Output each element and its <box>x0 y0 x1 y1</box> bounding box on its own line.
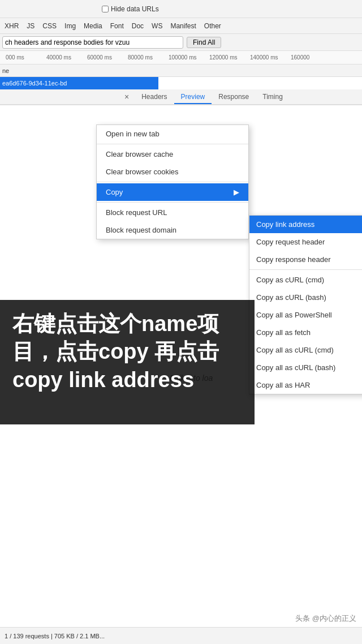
tab-timing[interactable]: Timing <box>256 91 290 104</box>
ctx-copy-as-curl-cmd[interactable]: Copy as cURL (cmd) <box>249 271 362 289</box>
filter-tab-font[interactable]: Font <box>107 21 127 31</box>
filter-tab-ws[interactable]: WS <box>148 21 166 31</box>
status-bar: 1 / 139 requests | 705 KB / 2.1 MB... <box>0 627 362 644</box>
timeline-ruler: 000 ms 40000 ms 60000 ms 80000 ms 100000… <box>0 51 362 65</box>
ctx-copy-all-fetch[interactable]: Copy all as fetch <box>249 324 362 341</box>
ctx-copy-all-har[interactable]: Copy all as HAR <box>249 376 362 394</box>
ctx-copy-request-header[interactable]: Copy request header <box>249 233 362 251</box>
context-menu-right: Copy link address Copy request header Co… <box>249 215 362 394</box>
hide-data-urls-label[interactable]: Hide data URLs <box>102 5 159 13</box>
ctx-copy[interactable]: Copy ▶ <box>97 183 248 201</box>
ctx-copy-response-header[interactable]: Copy response header <box>249 251 362 268</box>
ctx-copy-all-powershell[interactable]: Copy all as PowerShell <box>249 306 362 324</box>
selected-network-row-text[interactable]: ea6d676-9d34-11ec-bd <box>2 77 155 89</box>
ctx-block-url[interactable]: Block request URL <box>97 204 248 221</box>
ruler-tick-7: 160000 <box>291 54 331 61</box>
ctx-clear-cookies[interactable]: Clear browser cookies <box>97 163 248 181</box>
ctx-copy-label: Copy <box>106 188 123 196</box>
hide-data-urls-text: Hide data URLs <box>111 5 159 13</box>
annotation-text: 右键点击这个name项目，点击copy 再点击copy link address <box>12 310 242 394</box>
filter-tab-css[interactable]: CSS <box>39 21 60 31</box>
ruler-tick-6: 140000 ms <box>250 54 291 61</box>
ctx-block-domain[interactable]: Block request domain <box>97 221 248 239</box>
hide-data-urls-checkbox[interactable] <box>102 6 109 12</box>
search-bar: Find All <box>0 34 362 51</box>
filter-tab-xhr[interactable]: XHR <box>1 21 22 31</box>
filter-tab-manifest[interactable]: Manifest <box>167 21 199 31</box>
top-bar: Hide data URLs <box>0 0 362 18</box>
ctx-open-new-tab[interactable]: Open in new tab <box>97 125 248 143</box>
ctx-divider-3 <box>97 202 248 203</box>
search-input[interactable] <box>2 36 183 49</box>
ctx-copy-all-curl-cmd[interactable]: Copy all as cURL (cmd) <box>249 341 362 359</box>
filter-tab-img[interactable]: Img <box>61 21 79 31</box>
ruler-tick-1: 40000 ms <box>46 54 87 61</box>
ruler-tick-5: 120000 ms <box>209 54 250 61</box>
find-all-button[interactable]: Find All <box>187 37 221 48</box>
ruler-tick-2: 60000 ms <box>87 54 128 61</box>
tab-headers[interactable]: Headers <box>135 91 174 104</box>
ctx-copy-link-address[interactable]: Copy link address <box>249 216 362 233</box>
watermark: 头条 @内心的正义 <box>295 613 356 624</box>
ruler-tick-3: 80000 ms <box>128 54 169 61</box>
ctx-divider-2 <box>97 182 248 182</box>
detail-panel-tabs: × Headers Preview Response Timing <box>0 89 362 105</box>
ctx-right-divider-1 <box>249 269 362 270</box>
tab-response[interactable]: Response <box>212 91 256 104</box>
ruler-tick-4: 100000 ms <box>169 54 209 61</box>
tab-preview[interactable]: Preview <box>174 91 212 104</box>
filter-tabs: XHR JS CSS Img Media Font Doc WS Manifes… <box>0 18 362 34</box>
ctx-copy-as-curl-bash[interactable]: Copy as cURL (bash) <box>249 289 362 306</box>
ruler-tick-0: 000 ms <box>6 54 46 61</box>
annotation-overlay: 右键点击这个name项目，点击copy 再点击copy link address <box>0 300 255 424</box>
filter-tab-media[interactable]: Media <box>80 21 106 31</box>
filter-tab-js[interactable]: JS <box>23 21 38 31</box>
close-panel-icon[interactable]: × <box>124 92 129 101</box>
ctx-copy-all-curl-bash[interactable]: Copy all as cURL (bash) <box>249 359 362 376</box>
ctx-clear-cache[interactable]: Clear browser cache <box>97 145 248 163</box>
filter-tab-other[interactable]: Other <box>201 21 225 31</box>
network-col-name: ne <box>2 67 115 74</box>
ctx-divider-1 <box>97 144 248 144</box>
context-menu-left: Open in new tab Clear browser cache Clea… <box>96 124 249 239</box>
status-bar-text: 1 / 139 requests | 705 KB / 2.1 MB... <box>5 633 105 639</box>
network-list-header: ne <box>0 65 362 77</box>
filter-tab-doc[interactable]: Doc <box>128 21 147 31</box>
ctx-copy-arrow: ▶ <box>234 188 239 196</box>
